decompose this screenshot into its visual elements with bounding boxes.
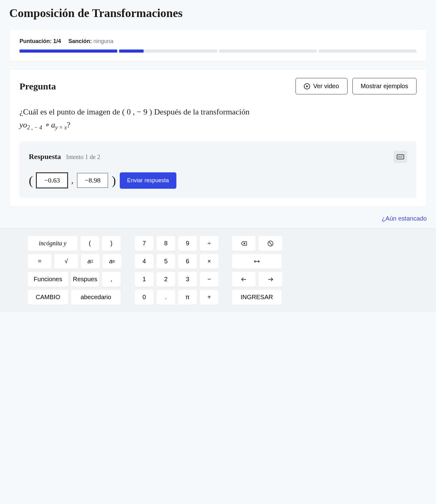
answer-input-x[interactable] xyxy=(37,173,67,188)
page-title: Composición de Transformaciones xyxy=(9,6,427,20)
progress-segment xyxy=(19,50,117,53)
key-[interactable]: + xyxy=(200,290,218,305)
backspace-icon xyxy=(240,240,247,247)
lr-arrow-icon xyxy=(253,258,260,265)
submit-button[interactable]: Enviar respuesta xyxy=(120,172,176,189)
score-value: 1/4 xyxy=(53,38,61,44)
keyboard-icon xyxy=(397,154,404,159)
key-[interactable]: − xyxy=(200,272,218,287)
question-point: ( 0 , − 9 ) xyxy=(122,107,152,116)
penalty-label: Sanción: xyxy=(68,38,92,44)
key-[interactable]: ) xyxy=(102,236,121,251)
question-card: Pregunta Ver video Mostrar ejemplos ¿Cuá… xyxy=(9,69,427,207)
key-3[interactable]: 3 xyxy=(178,272,197,287)
right-key[interactable] xyxy=(259,272,282,287)
backspace-key[interactable] xyxy=(232,236,256,251)
key-a[interactable]: a2 xyxy=(81,254,100,269)
penalty-value: ninguna xyxy=(93,38,113,44)
key-[interactable]: ÷ xyxy=(200,236,218,251)
key-ingresar[interactable]: INGRESAR xyxy=(232,290,282,305)
score-label: Puntuación: xyxy=(19,38,52,44)
progress-bar xyxy=(19,50,417,53)
key-[interactable]: . xyxy=(157,290,175,305)
keyboard-toggle-button[interactable] xyxy=(394,151,407,163)
key-4[interactable]: 4 xyxy=(135,254,153,269)
key-[interactable]: π xyxy=(178,290,197,305)
answer-input-y[interactable] xyxy=(77,173,108,188)
key-[interactable]: √ xyxy=(54,254,78,269)
question-heading: Pregunta xyxy=(19,81,56,92)
open-paren: ( xyxy=(29,173,33,188)
key-2[interactable]: 2 xyxy=(157,272,175,287)
play-icon xyxy=(304,83,310,89)
math-keyboard: incógnita y()=√a2abFuncionesRespues,CAMB… xyxy=(0,228,436,312)
key-8[interactable]: 8 xyxy=(157,236,175,251)
cancel-icon xyxy=(267,240,274,247)
key-respues[interactable]: Respues xyxy=(71,272,99,287)
watch-video-label: Ver video xyxy=(313,83,339,90)
question-text: ¿Cuál es el punto de imagen de ( 0 , − 9… xyxy=(19,106,417,132)
comma: , xyxy=(71,175,73,185)
show-examples-label: Mostrar ejemplos xyxy=(361,83,408,90)
right-icon xyxy=(267,276,274,283)
key-[interactable]: ( xyxy=(80,236,99,251)
show-examples-button[interactable]: Mostrar ejemplos xyxy=(352,78,417,94)
left-key[interactable] xyxy=(232,272,256,287)
progress-segment xyxy=(319,50,417,53)
key-a[interactable]: ab xyxy=(103,254,121,269)
score-card: Puntuación: 1/4 Sanción: ninguna xyxy=(9,29,427,62)
key-7[interactable]: 7 xyxy=(135,236,153,251)
still-stuck-link[interactable]: ¿Aún estancado xyxy=(382,215,427,222)
key-funciones[interactable]: Funciones xyxy=(28,272,68,287)
key-5[interactable]: 5 xyxy=(157,254,175,269)
answer-area: Respuesta Intento 1 de 2 ( , ) Enviar re… xyxy=(19,141,417,198)
key-cambio[interactable]: CAMBIO xyxy=(28,290,68,305)
key-[interactable]: = xyxy=(28,254,51,269)
key-[interactable]: , xyxy=(102,272,121,287)
progress-segment xyxy=(219,50,317,53)
close-paren: ) xyxy=(112,173,116,188)
question-transformation: yo2 , − 4 ∘ ay = x xyxy=(19,120,67,129)
watch-video-button[interactable]: Ver video xyxy=(296,78,347,94)
key-inc-gnita-y[interactable]: incógnita y xyxy=(28,236,77,251)
attempt-counter: Intento 1 de 2 xyxy=(66,153,100,160)
left-icon xyxy=(240,276,247,283)
key-[interactable]: × xyxy=(200,254,218,269)
key-6[interactable]: 6 xyxy=(178,254,197,269)
key-abecedario[interactable]: abecedario xyxy=(71,290,121,305)
key-9[interactable]: 9 xyxy=(178,236,197,251)
answer-heading: Respuesta xyxy=(29,153,61,161)
progress-segment xyxy=(119,50,217,53)
key-1[interactable]: 1 xyxy=(135,272,153,287)
key-0[interactable]: 0 xyxy=(135,290,153,305)
lr-arrow-key[interactable] xyxy=(232,254,282,269)
cancel-key[interactable] xyxy=(259,236,282,251)
